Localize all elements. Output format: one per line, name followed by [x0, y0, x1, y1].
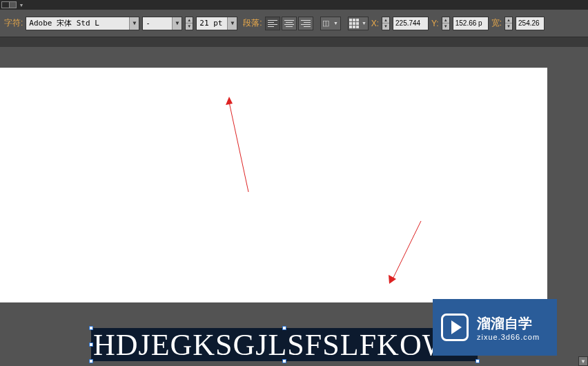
handle-bl[interactable]: [89, 359, 93, 363]
char-label: 字符:: [4, 17, 23, 29]
chevron-down-icon: ▼: [129, 17, 139, 30]
watermark: 溜溜自学 zixue.3d66.com: [433, 299, 557, 356]
font-size-spinner[interactable]: ▲▼: [185, 17, 193, 30]
font-family-dropdown[interactable]: Adobe 宋体 Std L ▼: [26, 17, 139, 30]
align-right-button[interactable]: [298, 17, 313, 30]
x-label: X:: [371, 19, 379, 28]
grid-icon: [349, 19, 359, 28]
x-input[interactable]: 225.744: [393, 17, 429, 30]
opacity-icon: ◫: [322, 19, 329, 28]
align-left-button[interactable]: [265, 17, 280, 30]
handle-tm[interactable]: [282, 326, 286, 330]
font-style-dropdown[interactable]: - ▼: [142, 17, 182, 30]
font-family-value: Adobe 宋体 Std L: [26, 18, 129, 28]
y-label: Y:: [431, 19, 439, 28]
w-spinner[interactable]: ▲▼: [504, 17, 513, 30]
sub-toolbar: [0, 37, 588, 47]
font-size-dropdown[interactable]: 21 pt ▼: [196, 17, 237, 30]
w-input[interactable]: 254.26: [516, 17, 545, 30]
layout-dropdown-icon[interactable]: ▼: [18, 1, 25, 8]
layout-icon[interactable]: [1, 1, 17, 8]
handle-bm[interactable]: [282, 359, 286, 363]
options-toolbar: 字符: Adobe 宋体 Std L ▼ - ▼ ▲▼ 21 pt ▼ 段落: …: [0, 10, 588, 37]
canvas-area[interactable]: HDJEGKSGJLSFSLFKOWEJF 溜溜自学 zixue.3d66.co…: [0, 47, 588, 366]
align-panel-dropdown[interactable]: ▼: [348, 17, 369, 30]
artboard[interactable]: [0, 68, 547, 302]
play-icon: [441, 314, 469, 341]
handle-tl[interactable]: [89, 326, 93, 330]
font-size-value: 21 pt: [197, 19, 227, 28]
chevron-down-icon: ▼: [172, 17, 182, 30]
tab-strip: ▼: [0, 0, 588, 10]
x-spinner[interactable]: ▲▼: [382, 17, 390, 30]
para-label: 段落:: [243, 17, 262, 29]
handle-br[interactable]: [476, 359, 480, 363]
align-group: [265, 17, 313, 30]
chevron-down-icon: ▼: [227, 17, 237, 30]
y-spinner[interactable]: ▲▼: [442, 17, 450, 30]
scroll-down-button[interactable]: ▼: [578, 356, 588, 366]
handle-ml[interactable]: [89, 343, 93, 347]
y-input[interactable]: 152.66 p: [453, 17, 489, 30]
opacity-dropdown[interactable]: ◫▼: [320, 17, 341, 30]
align-center-button[interactable]: [282, 17, 297, 30]
watermark-name: 溜溜自学: [477, 314, 540, 333]
font-style-value: -: [143, 19, 172, 28]
w-label: 宽:: [491, 17, 502, 29]
watermark-url: zixue.3d66.com: [477, 333, 540, 341]
